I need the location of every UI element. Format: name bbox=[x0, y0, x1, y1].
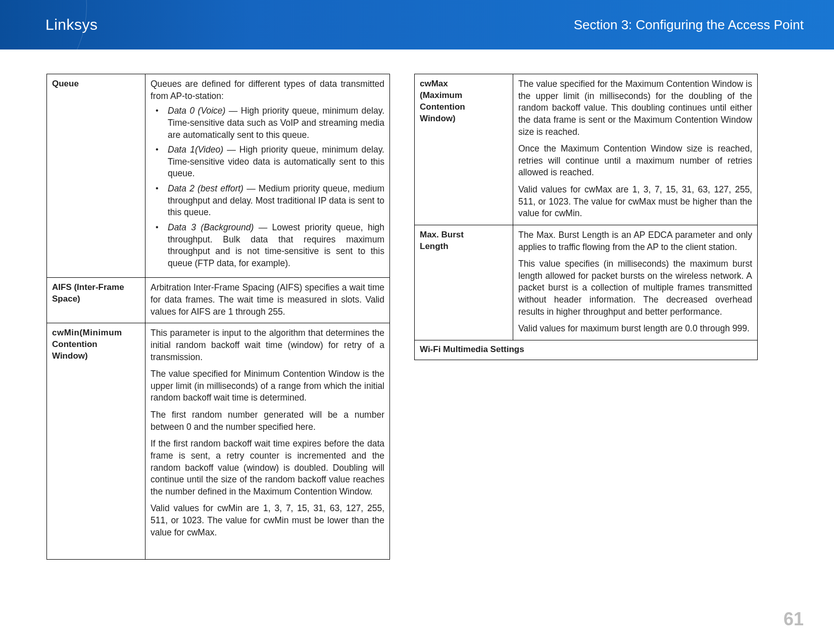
section-title: Section 3: Configuring the Access Point bbox=[574, 17, 804, 33]
burst-p3: Valid values for maximum burst length ar… bbox=[518, 323, 752, 335]
queue-item-2: Data 2 (best effort) — Medium priority q… bbox=[153, 183, 384, 219]
queue-item-3-name: Data 3 (Background) bbox=[168, 222, 254, 232]
label-burst-l2: Length bbox=[420, 241, 449, 251]
label-cwmax-l3: Contention bbox=[420, 102, 465, 112]
desc-cwmin: This parameter is input to the algorithm… bbox=[145, 323, 390, 560]
cwmax-p2: Once the Maximum Contention Window size … bbox=[518, 143, 752, 179]
page-number: 61 bbox=[783, 609, 804, 630]
label-cwmax: cwMax (Maximum Contention Window) bbox=[415, 74, 513, 225]
row-burst: Max. Burst Length The Max. Burst Length … bbox=[415, 225, 758, 340]
queue-item-2-dash: — bbox=[243, 183, 259, 193]
label-cwmax-l2: (Maximum bbox=[420, 90, 462, 100]
label-cwmin-l1: cwMin(Minimum bbox=[52, 328, 122, 337]
queue-item-3-dash: — bbox=[254, 222, 272, 232]
burst-p2: This value specifies (in milliseconds) t… bbox=[518, 258, 752, 318]
desc-burst: The Max. Burst Length is an AP EDCA para… bbox=[513, 225, 758, 340]
queue-item-3: Data 3 (Background) — Lowest priority qu… bbox=[153, 222, 384, 270]
cwmin-p5: Valid values for cwMin are 1, 3, 7, 15, … bbox=[151, 503, 384, 538]
left-column: Queue Queues are defined for different t… bbox=[46, 74, 390, 560]
label-cwmin-l2: Contention bbox=[52, 339, 97, 349]
row-cwmin: cwMin(Minimum Contention Window) This pa… bbox=[47, 323, 390, 560]
row-caption: Wi-Fi Multimedia Settings bbox=[415, 340, 758, 360]
table-caption: Wi-Fi Multimedia Settings bbox=[415, 340, 758, 360]
left-table: Queue Queues are defined for different t… bbox=[46, 74, 390, 560]
cwmin-p3: The first random number generated will b… bbox=[151, 409, 384, 433]
page-header: Linksys Section 3: Configuring the Acces… bbox=[0, 0, 834, 49]
label-aifs: AIFS (Inter-Frame Space) bbox=[47, 278, 145, 323]
queue-item-1: Data 1(Video) — High priority queue, min… bbox=[153, 144, 384, 180]
cwmin-p1: This parameter is input to the algorithm… bbox=[151, 327, 384, 363]
queue-intro: Queues are defined for different types o… bbox=[151, 78, 384, 102]
queue-item-2-name: Data 2 (best effort) bbox=[168, 183, 243, 193]
desc-queue: Queues are defined for different types o… bbox=[145, 74, 390, 278]
label-cwmax-l4: Window) bbox=[420, 114, 456, 123]
row-cwmax: cwMax (Maximum Contention Window) The va… bbox=[415, 74, 758, 225]
row-aifs: AIFS (Inter-Frame Space) Arbitration Int… bbox=[47, 278, 390, 323]
label-cwmax-l1: cwMax bbox=[420, 79, 448, 88]
label-queue: Queue bbox=[47, 74, 145, 278]
label-burst-l1: Max. Burst bbox=[420, 230, 464, 239]
queue-item-0-name: Data 0 (Voice) bbox=[168, 106, 225, 116]
queue-item-1-name: Data 1(Video) bbox=[168, 144, 223, 155]
queue-item-0-dash: — bbox=[225, 106, 240, 116]
queue-list: Data 0 (Voice) — High priority queue, mi… bbox=[151, 105, 384, 269]
desc-cwmax: The value specified for the Maximum Cont… bbox=[513, 74, 758, 225]
right-table: cwMax (Maximum Contention Window) The va… bbox=[414, 74, 758, 360]
page-body: Queue Queues are defined for different t… bbox=[0, 49, 834, 560]
label-burst: Max. Burst Length bbox=[415, 225, 513, 340]
queue-item-1-dash: — bbox=[223, 144, 239, 155]
cwmin-p4: If the first random backoff wait time ex… bbox=[151, 438, 384, 498]
cwmin-p2: The value specified for Minimum Contenti… bbox=[151, 368, 384, 404]
desc-aifs: Arbitration Inter-Frame Spacing (AIFS) s… bbox=[145, 278, 390, 323]
queue-item-0: Data 0 (Voice) — High priority queue, mi… bbox=[153, 105, 384, 141]
burst-p1: The Max. Burst Length is an AP EDCA para… bbox=[518, 229, 752, 253]
label-cwmin-l3: Window) bbox=[52, 351, 88, 361]
row-queue: Queue Queues are defined for different t… bbox=[47, 74, 390, 278]
cwmax-p1: The value specified for the Maximum Cont… bbox=[518, 78, 752, 138]
right-column: cwMax (Maximum Contention Window) The va… bbox=[414, 74, 758, 560]
cwmax-p3: Valid values for cwMax are 1, 3, 7, 15, … bbox=[518, 184, 752, 220]
brand-text: Linksys bbox=[45, 16, 98, 33]
label-cwmin: cwMin(Minimum Contention Window) bbox=[47, 323, 145, 560]
